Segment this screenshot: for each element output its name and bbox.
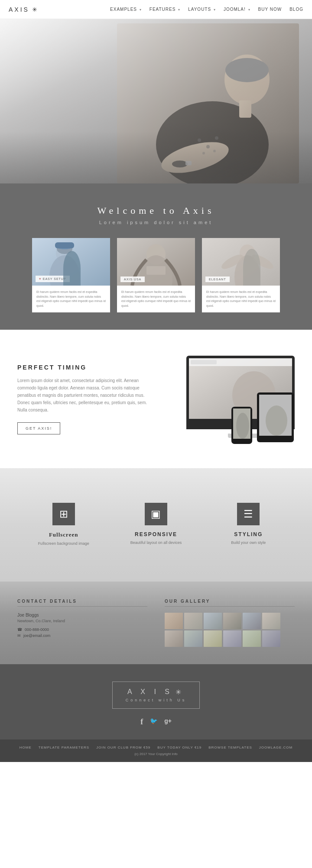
- gallery-thumb-5[interactable]: [243, 613, 261, 629]
- footer-link-template-params[interactable]: TEMPLATE PARAMETERS: [39, 746, 89, 749]
- welcome-title: Welcome to Axis: [17, 205, 295, 216]
- svg-rect-30: [191, 360, 217, 364]
- nav-buy-now[interactable]: BUY NOW: [258, 7, 282, 12]
- phone-mockup: [231, 407, 252, 444]
- gallery-thumb-7[interactable]: [165, 630, 183, 647]
- nav-examples[interactable]: EXAMPLES ▾: [110, 7, 142, 12]
- nav-joomla[interactable]: JOOMLA! ▾: [224, 7, 250, 12]
- logo[interactable]: AXIS ✳: [9, 6, 39, 13]
- welcome-card-1: ♥ EASY SETUP Et harum quidem rerum facil…: [32, 238, 110, 312]
- responsive-icon: ▣: [151, 508, 161, 520]
- footer-link-joomlage[interactable]: JOOMLAGE.COM: [259, 746, 292, 749]
- get-axis-button[interactable]: GET AXIS!: [17, 422, 60, 434]
- contact-name: Joe Bloggs: [17, 613, 147, 617]
- feature-desc-2: Beautiful layout on all devices: [118, 540, 193, 546]
- nav-layouts[interactable]: LAYOUTS ▾: [188, 7, 216, 12]
- contact-phone-line: ☎ 000-888-0000: [17, 627, 147, 632]
- contact-email: joe@email.com: [23, 633, 50, 638]
- tablet-screen-content: [259, 395, 292, 436]
- footer-link-browse[interactable]: BROWSE TEMPLATES: [208, 746, 252, 749]
- card-body-3: Et harum quidem rerum facilis est et exp…: [202, 286, 280, 312]
- styling-icon: ☰: [244, 508, 253, 520]
- nav-links: EXAMPLES ▾ FEATURES ▾ LAYOUTS ▾ JOOMLA! …: [110, 7, 303, 12]
- features-section: ⊞ Fullscreen Fullscreen background image…: [0, 468, 312, 582]
- footer-logo-box: A X I S ✳ Connect with Us: [112, 682, 200, 709]
- contact-details: CONTACT DETAILS Joe Bloggs Newtown, Co.C…: [17, 599, 147, 647]
- card-text-1: Et harum quidem rerum facilis est et exp…: [36, 290, 106, 308]
- gallery-thumb-4[interactable]: [223, 613, 241, 629]
- card-text-2: Et harum quidem rerum facilis est et exp…: [121, 290, 191, 308]
- contact-phone: 000-888-0000: [25, 627, 49, 632]
- gallery-grid: [165, 613, 295, 647]
- gallery-thumb-11[interactable]: [243, 630, 261, 647]
- gallery-thumb-12[interactable]: [262, 630, 280, 647]
- card-badge-1: ♥ EASY SETUP: [36, 276, 70, 282]
- facebook-link[interactable]: f: [140, 717, 143, 727]
- hero-content: [0, 19, 312, 183]
- svg-point-4: [225, 58, 269, 82]
- contact-section-title: CONTACT DETAILS: [17, 599, 147, 607]
- feature-title-3: STYLING: [211, 531, 286, 537]
- svg-rect-18: [55, 242, 74, 248]
- feature-styling: ☰ STYLING Build your own style: [202, 494, 295, 556]
- card-body-2: Et harum quidem rerum facilis est et exp…: [117, 286, 195, 312]
- card-image-3: ELEGANT: [202, 238, 280, 286]
- gallery-thumb-9[interactable]: [204, 630, 222, 647]
- nav-blog[interactable]: BLOG: [289, 7, 303, 12]
- nav-features[interactable]: FEATURES ▾: [150, 7, 180, 12]
- footer-copyright: (c) 2017 Your Copyright Info: [9, 752, 303, 756]
- welcome-cards: ♥ EASY SETUP Et harum quidem rerum facil…: [17, 238, 295, 312]
- phone-screen: [233, 408, 250, 439]
- svg-point-33: [266, 405, 287, 436]
- timing-devices: [173, 356, 295, 442]
- welcome-subtitle: Lorem ipsum dolor sit amet: [17, 220, 295, 225]
- heart-icon: ♥: [39, 277, 42, 281]
- styling-icon-box: ☰: [237, 503, 260, 525]
- timing-section: PERFECT TIMING Lorem ipsum dolor sit ame…: [0, 330, 312, 468]
- svg-rect-22: [146, 266, 166, 275]
- feature-desc-1: Fullscreen background image: [26, 541, 101, 547]
- footer-social: f 🐦 g+: [9, 717, 303, 727]
- welcome-card-2: AXIS USA Et harum quidem rerum facilis e…: [117, 238, 195, 312]
- hero-couch: [0, 132, 312, 183]
- timing-text: Lorem ipsum dolor sit amet, consectetur …: [17, 377, 156, 414]
- gallery-thumb-1[interactable]: [165, 613, 183, 629]
- contact-gallery-section: CONTACT DETAILS Joe Bloggs Newtown, Co.C…: [0, 582, 312, 664]
- logo-text: AXIS: [9, 6, 29, 13]
- card-image-2: AXIS USA: [117, 238, 195, 286]
- contact-email-line: ✉ joe@email.com: [17, 633, 147, 638]
- feature-fullscreen: ⊞ Fullscreen Fullscreen background image: [17, 494, 110, 556]
- feature-title-1: Fullscreen: [26, 531, 101, 538]
- gallery-thumb-2[interactable]: [184, 613, 202, 629]
- twitter-link[interactable]: 🐦: [150, 717, 157, 727]
- footer-logo-symbol: ✳: [176, 688, 185, 696]
- card-badge-2: AXIS USA: [120, 276, 145, 282]
- gallery-thumb-10[interactable]: [223, 630, 241, 647]
- responsive-icon-box: ▣: [145, 503, 167, 525]
- gallery-thumb-6[interactable]: [262, 613, 280, 629]
- phone-screen-content: [233, 408, 250, 439]
- footer-link-home[interactable]: HOME: [20, 746, 32, 749]
- footer-link-join-club[interactable]: JOIN OUR CLUB FROM €59: [96, 746, 150, 749]
- logo-icon: ✳: [32, 6, 39, 13]
- gallery-thumb-3[interactable]: [204, 613, 222, 629]
- footer-logo: A X I S ✳: [126, 688, 187, 696]
- welcome-section: Welcome to Axis Lorem ipsum dolor sit am…: [0, 183, 312, 330]
- contact-address: Newtown, Co.Clare, Ireland: [17, 619, 147, 623]
- card-image-1: ♥ EASY SETUP: [32, 238, 110, 286]
- footer-link-buy-today[interactable]: BUY TODAY ONLY €19: [157, 746, 202, 749]
- phone-icon: ☎: [17, 627, 22, 632]
- welcome-card-3: ELEGANT Et harum quidem rerum facilis es…: [202, 238, 280, 312]
- svg-rect-5: [239, 100, 251, 118]
- googleplus-link[interactable]: g+: [164, 717, 172, 727]
- gallery-section-title: OUR GALLERY: [165, 599, 295, 607]
- fullscreen-icon-box: ⊞: [52, 503, 75, 525]
- gallery-thumb-8[interactable]: [184, 630, 202, 647]
- tablet-screen: [259, 395, 292, 436]
- gallery-section: OUR GALLERY: [165, 599, 295, 647]
- timing-left: PERFECT TIMING Lorem ipsum dolor sit ame…: [17, 364, 156, 434]
- navbar: AXIS ✳ EXAMPLES ▾ FEATURES ▾ LAYOUTS ▾ J…: [0, 0, 312, 19]
- footer-brand: A X I S ✳ Connect with Us f 🐦 g+: [0, 664, 312, 739]
- footer-logo-text: A X I S: [127, 688, 173, 696]
- feature-desc-3: Build your own style: [211, 540, 286, 546]
